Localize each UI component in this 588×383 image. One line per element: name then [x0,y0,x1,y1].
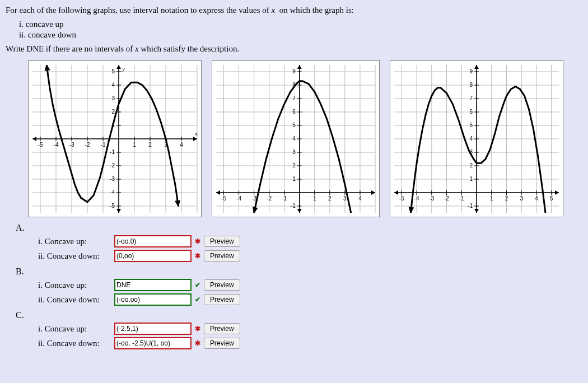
row-label: i. Concave up: [38,324,111,334]
svg-text:-1: -1 [291,203,296,209]
preview-button[interactable]: Preview [204,250,240,261]
svg-text:8: 8 [469,82,473,88]
dne-instruction: Write DNE if there are no intervals of x… [6,44,582,54]
svg-text:5: 5 [292,122,296,128]
svg-text:2: 2 [469,162,473,169]
row-label: ii. Concave down: [38,295,111,305]
row-c-i: i. Concave up: ✱ Preview [38,323,582,335]
answer-input-c-ii[interactable] [114,337,192,349]
subprompt-i: i. concave up [19,20,582,29]
svg-text:1: 1 [490,195,493,202]
svg-text:-5: -5 [38,142,43,148]
part-c-label: C. [16,310,582,320]
svg-text:3: 3 [111,95,115,101]
mark-wrong-icon: ✱ [195,339,200,347]
row-label: i. Concave up: [38,281,111,290]
svg-text:-5: -5 [221,195,226,202]
chart-c: -5-4-3-2-112345-1123456789 [390,60,563,217]
svg-text:3: 3 [292,149,296,155]
svg-text:4: 4 [469,136,473,142]
question-prompt: For each of the following graphs, use in… [6,6,582,15]
svg-text:6: 6 [469,109,473,115]
mark-right-icon: ✔ [195,281,200,289]
svg-text:4: 4 [292,136,296,142]
svg-text:-3: -3 [69,142,74,148]
svg-text:-4: -4 [414,195,419,202]
svg-text:-2: -2 [85,142,90,148]
svg-text:-1: -1 [101,142,106,148]
preview-button[interactable]: Preview [204,294,240,305]
subprompt-ii: ii. concave down [19,30,582,40]
svg-text:4: 4 [358,195,362,202]
svg-text:7: 7 [469,95,473,101]
answer-input-a-i[interactable] [114,235,192,247]
chart-b: -5-4-3-2-11234-1123456789 [212,60,380,217]
row-b-ii: ii. Concave down: ✔ Preview [38,293,582,306]
charts-row: -5-4-3-2-11234-5-4-3-2-112345xy -5-4-3-2… [28,60,582,217]
svg-text:4: 4 [111,82,115,88]
part-b-label: B. [16,267,582,277]
svg-text:1: 1 [313,195,316,202]
svg-text:1: 1 [133,142,136,148]
mark-wrong-icon: ✱ [195,325,200,333]
row-b-i: i. Concave up: ✔ Preview [38,279,582,291]
svg-text:-2: -2 [444,195,449,202]
svg-text:3: 3 [343,195,347,202]
svg-text:-5: -5 [110,203,115,209]
chart-a: -5-4-3-2-11234-5-4-3-2-112345xy [28,60,202,217]
svg-text:-4: -4 [236,195,241,202]
subprompt-list: i. concave up ii. concave down [19,20,582,40]
svg-text:-4: -4 [54,142,59,148]
answer-input-b-i[interactable] [114,279,192,291]
preview-button[interactable]: Preview [204,338,240,349]
svg-text:2: 2 [111,109,115,115]
svg-text:-2: -2 [267,195,272,202]
answer-input-b-ii[interactable] [114,293,192,306]
row-label: i. Concave up: [38,237,111,246]
svg-text:2: 2 [292,162,296,169]
svg-text:1: 1 [469,176,473,182]
svg-text:-2: -2 [110,162,115,169]
preview-button[interactable]: Preview [204,279,240,291]
part-a-label: A. [16,223,582,233]
svg-text:9: 9 [292,68,296,74]
svg-text:2: 2 [505,195,508,202]
svg-text:2: 2 [328,195,332,202]
svg-text:-3: -3 [429,195,434,202]
row-a-i: i. Concave up: ✱ Preview [38,235,582,247]
svg-text:1: 1 [292,176,296,182]
svg-text:-4: -4 [110,189,115,195]
mark-wrong-icon: ✱ [195,252,200,260]
row-c-ii: ii. Concave down: ✱ Preview [38,337,582,349]
svg-text:y: y [122,65,125,72]
svg-text:-3: -3 [110,176,115,182]
row-label: ii. Concave down: [38,251,111,261]
svg-text:5: 5 [111,68,115,74]
mark-right-icon: ✔ [195,296,200,303]
preview-button[interactable]: Preview [204,236,240,247]
svg-text:4: 4 [180,142,183,148]
mark-wrong-icon: ✱ [195,237,200,245]
svg-text:9: 9 [469,68,473,74]
svg-text:6: 6 [292,109,296,115]
row-label: ii. Concave down: [38,339,111,348]
svg-text:4: 4 [535,195,538,202]
svg-text:5: 5 [550,195,553,202]
svg-text:3: 3 [520,195,523,202]
row-a-ii: ii. Concave down: ✱ Preview [38,250,582,262]
svg-text:-1: -1 [459,195,464,202]
svg-text:2: 2 [148,142,152,148]
svg-text:7: 7 [292,95,296,101]
answer-input-c-i[interactable] [114,323,192,335]
svg-text:-1: -1 [282,195,287,202]
svg-text:-5: -5 [399,195,404,202]
svg-text:-1: -1 [468,203,473,209]
svg-text:x: x [194,130,198,137]
svg-text:5: 5 [469,122,473,128]
preview-button[interactable]: Preview [204,323,240,334]
svg-text:-1: -1 [110,149,115,155]
answer-input-a-ii[interactable] [114,250,192,262]
